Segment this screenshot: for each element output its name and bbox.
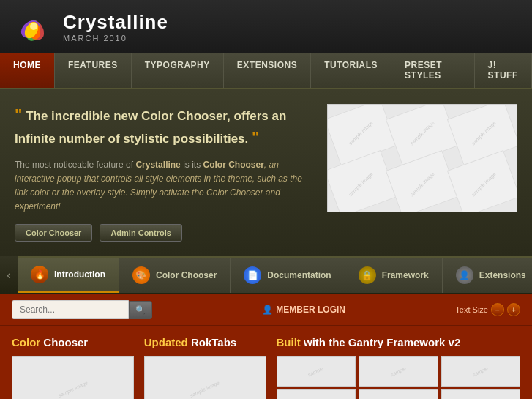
tabs-prev-arrow[interactable]: ‹	[0, 256, 18, 294]
card-gantry: Built with the Gantry Framework v2 sampl…	[277, 336, 521, 399]
hero-left: " The incredible new Color Chooser, offe…	[15, 104, 312, 242]
tab-color-chooser[interactable]: 🎨 Color Chooser	[119, 258, 231, 293]
tab-icon-extensions: 👤	[456, 266, 473, 284]
grid-img-6: sample	[441, 389, 521, 399]
site-title: Crystalline	[63, 11, 168, 34]
hero-body-intro: The most noticeable feature of	[15, 160, 135, 170]
tab-label-introduction: Introduction	[54, 269, 105, 280]
open-quote: "	[15, 105, 22, 124]
grid-img-5: sample	[359, 389, 438, 399]
card-image-1: sample image	[12, 356, 134, 399]
tab-documentation[interactable]: 📄 Documentation	[231, 258, 345, 293]
grid-img-1: sample	[277, 356, 356, 387]
card-title-1: Color Chooser	[12, 336, 134, 348]
nav-item-home[interactable]: HOME	[0, 53, 55, 88]
hero-image: sample image sample image sample image s…	[327, 104, 517, 212]
search-icon: 🔍	[135, 305, 146, 314]
text-size-increase[interactable]: +	[507, 303, 520, 316]
hero-body: The most noticeable feature of Crystalli…	[15, 158, 312, 215]
hero-image-watermark: sample image sample image sample image s…	[328, 105, 517, 212]
search-left: 🔍	[12, 300, 152, 319]
grid-img-2: sample	[359, 356, 438, 387]
wm-4: sample image	[327, 150, 397, 212]
card-title-3: Built with the Gantry Framework v2	[277, 336, 521, 348]
card-roktabs: Updated RokTabs sample image RokTabs now…	[144, 336, 266, 399]
tab-introduction[interactable]: 🔥 Introduction	[18, 258, 119, 293]
card-watermark-2: sample image	[190, 380, 220, 398]
nav-item-jstuff[interactable]: J! STUFF	[475, 53, 532, 88]
card-image-grid-3: sample sample sample sample sample sampl…	[277, 356, 521, 399]
card-title-2: Updated RokTabs	[144, 336, 266, 348]
wm-6: sample image	[447, 150, 517, 212]
tab-icon-framework: 🔒	[359, 266, 376, 284]
tab-label-framework: Framework	[382, 270, 429, 280]
grid-img-3: sample	[441, 356, 521, 387]
site-subtitle: MARCH 2010	[63, 34, 168, 42]
hero-quote: " The incredible new Color Chooser, offe…	[15, 104, 312, 149]
color-chooser-button[interactable]: Color Chooser	[15, 224, 92, 242]
text-size-decrease[interactable]: −	[491, 303, 504, 316]
tabs-bar: ‹ 🔥 Introduction 🎨 Color Chooser 📄 Docum…	[0, 256, 532, 294]
tab-extensions[interactable]: 👤 Extensions	[443, 258, 532, 293]
search-button[interactable]: 🔍	[129, 301, 152, 319]
nav-item-typography[interactable]: TYPOGRAPHY	[132, 53, 224, 88]
logo-icon	[15, 7, 53, 45]
search-input[interactable]	[12, 300, 129, 319]
main-content: Color Chooser sample image Customize the…	[0, 326, 532, 399]
tab-label-documentation: Documentation	[267, 270, 331, 280]
member-login-label: MEMBER LOGIN	[276, 305, 345, 315]
card-title-highlight-3: Built	[277, 336, 301, 348]
member-icon: 👤	[262, 305, 273, 315]
card-title-rest-1: Chooser	[43, 336, 88, 348]
card-image-2: sample image	[144, 356, 266, 399]
site-header: Crystalline MARCH 2010	[0, 0, 532, 53]
tab-icon-documentation: 📄	[244, 266, 261, 284]
hero-feature: Color Chooser	[203, 160, 263, 170]
tab-label-color-chooser: Color Chooser	[156, 270, 217, 280]
card-title-rest-3: with the Gantry Framework v2	[304, 336, 460, 348]
card-color-chooser: Color Chooser sample image Customize the…	[12, 336, 134, 399]
tab-framework[interactable]: 🔒 Framework	[345, 258, 443, 293]
tab-icon-color-chooser: 🎨	[132, 266, 150, 284]
search-bar: 🔍 👤 MEMBER LOGIN Text Size − +	[0, 294, 532, 326]
grid-img-4: sample	[277, 389, 356, 399]
nav-item-tutorials[interactable]: TUTORIALS	[311, 53, 391, 88]
text-size-controls: Text Size − +	[455, 303, 520, 316]
nav-item-preset-styles[interactable]: PRESET STYLES	[391, 53, 474, 88]
logo-text: Crystalline MARCH 2010	[63, 11, 168, 42]
text-size-label: Text Size	[455, 305, 488, 314]
hero-quote-text: The incredible new Color Chooser, offers…	[15, 109, 286, 146]
admin-controls-button[interactable]: Admin Controls	[100, 224, 182, 242]
tab-label-extensions: Extensions	[479, 270, 526, 280]
svg-point-5	[30, 23, 37, 30]
card-title-rest-2: RokTabs	[191, 336, 236, 348]
hero-body-mid: is its	[181, 160, 203, 170]
hero-buttons: Color Chooser Admin Controls	[15, 224, 312, 242]
card-title-highlight-2: Updated	[144, 336, 188, 348]
tab-icon-introduction: 🔥	[31, 266, 48, 283]
card-title-highlight-1: Color	[12, 336, 40, 348]
tabs-list: 🔥 Introduction 🎨 Color Chooser 📄 Documen…	[18, 258, 532, 293]
hero-brand: Crystalline	[135, 160, 180, 170]
close-quote: "	[252, 128, 259, 146]
wm-5: sample image	[386, 150, 459, 212]
nav-item-features[interactable]: FEATURES	[55, 53, 132, 88]
member-login-button[interactable]: 👤 MEMBER LOGIN	[262, 305, 345, 315]
card-watermark-1: sample image	[57, 380, 88, 398]
nav-item-extensions[interactable]: EXTENSIONS	[224, 53, 311, 88]
main-nav: HOME FEATURES TYPOGRAPHY EXTENSIONS TUTO…	[0, 53, 532, 89]
content-grid: Color Chooser sample image Customize the…	[12, 336, 520, 399]
hero-section: " The incredible new Color Chooser, offe…	[0, 89, 532, 256]
